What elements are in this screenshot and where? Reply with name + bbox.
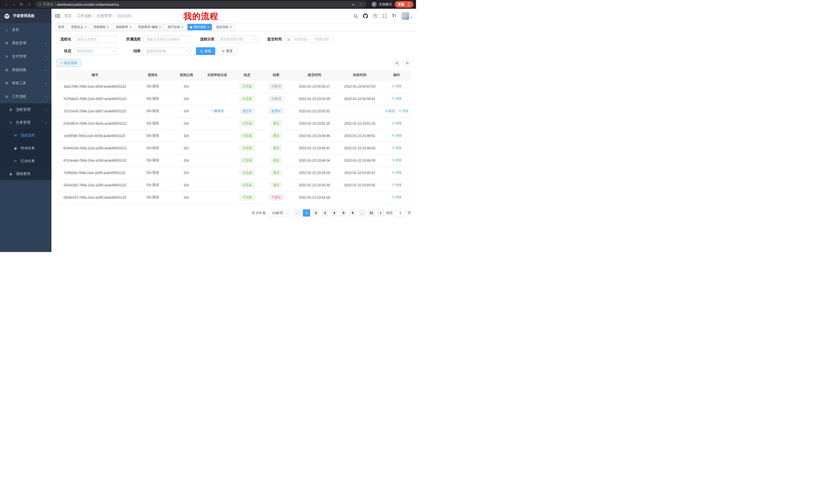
address-bar[interactable]: ⚠ 不安全 dashboard.yudao.iocoder.cn/bpm/tas…	[35, 1, 367, 8]
sidebar-item-system[interactable]: ⚙ 系统管理 ∨	[0, 36, 51, 50]
start-date-placeholder[interactable]: 开始日期	[292, 37, 309, 41]
detail-link[interactable]: ✎ 详情	[392, 121, 401, 125]
detail-link[interactable]: ✎ 详情	[392, 134, 401, 138]
detail-link[interactable]: ✎ 详情	[392, 96, 401, 101]
sidebar-item-process-management[interactable]: ≣ 流程管理 ∨	[0, 103, 51, 116]
page-number-button[interactable]: 11	[368, 209, 375, 217]
process-def-input[interactable]	[143, 35, 191, 43]
page-jump-input[interactable]	[395, 209, 406, 217]
page-number-button[interactable]: 1	[303, 209, 310, 217]
cell-actions: ⊘ 取消 ✎ 详情	[382, 80, 411, 92]
end-date-placeholder[interactable]: 结束日期	[313, 37, 330, 41]
page-number-button[interactable]: 6	[349, 209, 356, 217]
detail-link[interactable]: ✎ 详情	[392, 171, 401, 175]
tab[interactable]: 流程表单-编辑 ×	[135, 24, 163, 30]
sidebar-item-todo-tasks[interactable]: ◉ 待办任务	[0, 142, 51, 155]
category-select[interactable]: 请选择流程分类 ∨	[217, 35, 258, 43]
search-icon[interactable]	[354, 14, 358, 18]
status-tag: 已完成	[240, 158, 254, 163]
detail-link[interactable]: ✎ 详情	[392, 195, 401, 200]
forward-icon[interactable]: →	[10, 1, 18, 8]
page-size-select[interactable]: 10条/页 ∨	[269, 209, 290, 217]
detail-link[interactable]: ✎ 详情	[392, 146, 401, 150]
detail-link[interactable]: ✎ 详情	[399, 109, 408, 113]
search-button[interactable]: 搜索	[196, 47, 215, 55]
result-select[interactable]: 请选择流结果 ∨	[143, 47, 191, 55]
close-icon[interactable]: ×	[230, 26, 232, 29]
cell-process-name: OA 请假	[133, 80, 172, 92]
back-icon[interactable]: ←	[3, 1, 10, 8]
search-icon	[395, 61, 399, 65]
tab[interactable]: 流程模型 ×	[91, 24, 111, 30]
detail-link[interactable]: ✎ 详情	[392, 183, 401, 187]
current-task-link[interactable]: 一级审批	[211, 109, 224, 113]
reset-button[interactable]: ↻ 重置	[218, 47, 237, 55]
process-name-input[interactable]	[74, 35, 117, 43]
security-label[interactable]: 不安全	[43, 2, 53, 7]
avatar[interactable]	[401, 12, 409, 20]
page-number-button[interactable]: …	[358, 209, 366, 217]
close-icon[interactable]: ×	[159, 26, 161, 29]
browser-home-icon[interactable]: ⌂	[26, 1, 33, 8]
tab[interactable]: 我的流程 ×	[187, 24, 212, 30]
kebab-menu-icon[interactable]: ⋮	[406, 2, 412, 7]
breadcrumb-item[interactable]: 任务管理	[97, 13, 111, 18]
sidebar-item-done-tasks[interactable]: ✂ 已办任务	[0, 155, 51, 167]
breadcrumb-item[interactable]: 首页	[64, 13, 72, 18]
result-tag: 通过	[270, 182, 282, 188]
breadcrumb-item[interactable]: 工作流程	[77, 13, 92, 18]
close-icon[interactable]: ×	[207, 26, 209, 29]
logo-image	[4, 12, 10, 19]
close-icon[interactable]: ×	[107, 26, 109, 29]
key-icon[interactable]	[350, 2, 356, 7]
refresh-button[interactable]: ↻	[404, 59, 411, 67]
close-icon[interactable]: ×	[130, 26, 131, 29]
prev-page-button[interactable]: ‹	[294, 209, 301, 217]
result-tag: 通过	[270, 158, 282, 163]
detail-link[interactable]: ✎ 详情	[392, 158, 401, 163]
cell-status: 已完成	[234, 142, 260, 154]
status-select[interactable]: 请选择状态 ∨	[74, 47, 117, 55]
reload-icon[interactable]: ↻	[18, 1, 25, 8]
sidebar-item-home[interactable]: ⌂ 首页	[0, 23, 51, 36]
tab[interactable]: 流程表单 ×	[113, 24, 134, 30]
cell-result: 通过	[260, 142, 292, 154]
fullscreen-icon[interactable]	[383, 14, 387, 18]
sidebar-item-infrastructure[interactable]: ⊞ 基础设施 ∨	[0, 63, 51, 77]
sidebar-item-devtools[interactable]: ⚒ 研发工具 ∨	[0, 77, 51, 90]
url-text[interactable]: dashboard.yudao.iocoder.cn/bpm/task/my	[57, 3, 119, 6]
status-tag: 已完成	[240, 170, 254, 175]
sidebar-item-leave-query[interactable]: ♟ 请假查询	[0, 167, 51, 180]
tab[interactable]: 发起流程 ×	[213, 24, 234, 30]
sidebar-item-payment[interactable]: ¥ 支付管理 ∨	[0, 50, 51, 63]
tab[interactable]: 流程定义 ×	[69, 24, 89, 30]
help-icon[interactable]: ?	[373, 14, 378, 18]
detail-link[interactable]: ✎ 详情	[392, 84, 401, 89]
chevron-down-icon: ∨	[45, 55, 47, 58]
update-button[interactable]: 更新 ⋮	[395, 1, 413, 8]
yen-icon: ¥	[5, 54, 9, 59]
next-page-button[interactable]: ›	[377, 209, 384, 217]
chevron-down-icon[interactable]: ▾	[411, 16, 412, 19]
page-number-button[interactable]: 2	[312, 209, 319, 217]
submit-time-range-picker[interactable]: ▦ 开始日期 - 结束日期	[284, 35, 333, 43]
sidebar-item-workflow[interactable]: ⧉ 工作流程 ∧	[0, 90, 51, 103]
page-number-button[interactable]: 3	[321, 209, 329, 217]
app-logo[interactable]: 芋道管理系统	[0, 9, 51, 23]
page-number-button[interactable]: 5	[340, 209, 347, 217]
sidebar-item-task-management[interactable]: ≡ 任务管理 ∧	[0, 116, 51, 129]
tab[interactable]: 首页 ×	[55, 24, 67, 30]
hamburger-icon[interactable]	[55, 14, 60, 18]
cell-process-name: OA 请假	[133, 105, 172, 117]
bookmark-star-icon[interactable]: ☆	[358, 2, 364, 7]
create-process-button[interactable]: + 发起流程	[56, 59, 81, 67]
close-icon[interactable]: ×	[85, 26, 87, 29]
github-icon[interactable]	[363, 13, 368, 19]
cancel-link[interactable]: ⊘ 取消	[385, 109, 395, 113]
close-icon[interactable]: ×	[182, 26, 183, 29]
page-number-button[interactable]: 4	[331, 209, 338, 217]
toggle-search-button[interactable]	[393, 59, 401, 67]
font-size-icon[interactable]: TT	[392, 13, 396, 19]
sidebar-item-my-process[interactable]: ✉ 我的流程	[0, 129, 51, 142]
tab[interactable]: 用户分组 ×	[165, 24, 186, 30]
